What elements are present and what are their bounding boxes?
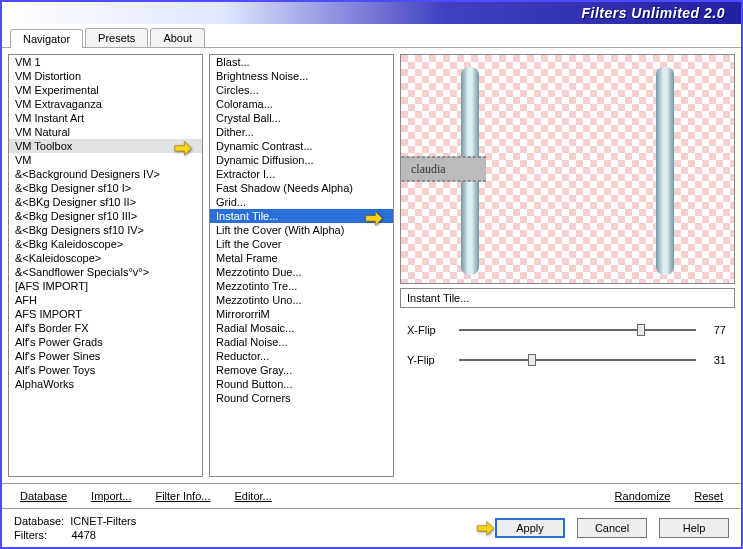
filter-item[interactable]: Lift the Cover [210,237,393,251]
filter-item[interactable]: Lift the Cover (With Alpha) [210,223,393,237]
preview-canvas: claudia [400,54,735,284]
filter-item[interactable]: Colorama... [210,97,393,111]
slider-track[interactable] [459,329,696,331]
db-value: ICNET-Filters [70,515,136,527]
filter-item[interactable]: Dynamic Diffusion... [210,153,393,167]
slider-value: 77 [702,324,732,336]
filter-item[interactable]: Crystal Ball... [210,111,393,125]
tab-presets[interactable]: Presets [85,28,148,47]
titlebar: Filters Unlimited 2.0 [2,2,741,24]
category-item[interactable]: AFS IMPORT [9,307,202,321]
toolbar: Database Import... Filter Info... Editor… [2,483,741,509]
watermark: claudia [400,157,486,182]
tab-about[interactable]: About [150,28,205,47]
hand-pointer-icon [471,516,497,538]
filter-item[interactable]: MirrororriM [210,307,393,321]
filter-list[interactable]: Blast...Brightness Noise...Circles...Col… [209,54,394,477]
import-link[interactable]: Import... [91,490,131,502]
category-item[interactable]: VM 1 [9,55,202,69]
category-item[interactable]: Alf's Power Grads [9,335,202,349]
slider-track[interactable] [459,359,696,361]
filter-info-link[interactable]: Filter Info... [155,490,210,502]
app-window: Filters Unlimited 2.0 Navigator Presets … [0,0,743,549]
current-filter-name: Instant Tile... [400,288,735,308]
category-item[interactable]: [AFS IMPORT] [9,279,202,293]
tab-navigator[interactable]: Navigator [10,29,83,48]
category-item[interactable]: VM Instant Art [9,111,202,125]
category-item[interactable]: AlphaWorks [9,377,202,391]
filters-count: 4478 [71,529,95,541]
filter-item[interactable]: Reductor... [210,349,393,363]
filter-item[interactable]: Circles... [210,83,393,97]
slider-row: Y-Flip31 [403,345,732,375]
category-item[interactable]: &<Bkg Kaleidoscope> [9,237,202,251]
category-item[interactable]: VM Toolbox [9,139,202,153]
main-area: VM 1VM DistortionVM ExperimentalVM Extra… [2,48,741,483]
category-list[interactable]: VM 1VM DistortionVM ExperimentalVM Extra… [8,54,203,477]
category-item[interactable]: &<Kaleidoscope> [9,251,202,265]
filter-item[interactable]: Mezzotinto Uno... [210,293,393,307]
preview-shape [461,195,479,275]
category-item[interactable]: Alf's Border FX [9,321,202,335]
filter-item[interactable]: Round Button... [210,377,393,391]
slider-label: X-Flip [403,324,453,336]
filter-item[interactable]: Dither... [210,125,393,139]
filter-item[interactable]: Radial Mosaic... [210,321,393,335]
app-title: Filters Unlimited 2.0 [581,5,725,21]
filter-item[interactable]: Extractor I... [210,167,393,181]
db-label: Database: [14,515,64,527]
statusbar: Database: ICNET-Filters Filters: 4478 Ap… [2,509,741,547]
category-item[interactable]: VM Experimental [9,83,202,97]
slider-thumb[interactable] [637,324,645,336]
category-item[interactable]: Alf's Power Sines [9,349,202,363]
category-item[interactable]: &<BKg Designer sf10 II> [9,195,202,209]
filters-label: Filters: [14,529,47,541]
category-item[interactable]: VM Extravaganza [9,97,202,111]
filter-item[interactable]: Radial Noise... [210,335,393,349]
filter-item[interactable]: Instant Tile... [210,209,393,223]
filter-item[interactable]: Fast Shadow (Needs Alpha) [210,181,393,195]
cancel-button[interactable]: Cancel [577,518,647,538]
filter-item[interactable]: Round Corners [210,391,393,405]
slider-row: X-Flip77 [403,315,732,345]
category-item[interactable]: &<Bkg Designer sf10 III> [9,209,202,223]
filter-item[interactable]: Grid... [210,195,393,209]
filter-item[interactable]: Mezzotinto Due... [210,265,393,279]
category-item[interactable]: &<Background Designers IV> [9,167,202,181]
apply-button[interactable]: Apply [495,518,565,538]
database-link[interactable]: Database [20,490,67,502]
category-item[interactable]: VM Distortion [9,69,202,83]
preview-shape [656,195,674,275]
right-pane: claudia Instant Tile... X-Flip77Y-Flip31 [400,54,735,477]
slider-panel: X-Flip77Y-Flip31 [400,312,735,384]
filter-item[interactable]: Remove Gray... [210,363,393,377]
category-item[interactable]: Alf's Power Toys [9,363,202,377]
status-text: Database: ICNET-Filters Filters: 4478 [14,515,136,541]
category-item[interactable]: &<Bkg Designer sf10 I> [9,181,202,195]
category-item[interactable]: &<Sandflower Specials°v°> [9,265,202,279]
category-item[interactable]: AFH [9,293,202,307]
randomize-link[interactable]: Randomize [615,490,671,502]
slider-thumb[interactable] [528,354,536,366]
tab-strip: Navigator Presets About [2,24,741,48]
reset-link[interactable]: Reset [694,490,723,502]
filter-item[interactable]: Mezzotinto Tre... [210,279,393,293]
category-item[interactable]: VM [9,153,202,167]
filter-item[interactable]: Dynamic Contrast... [210,139,393,153]
slider-value: 31 [702,354,732,366]
category-item[interactable]: &<Bkg Designers sf10 IV> [9,223,202,237]
slider-label: Y-Flip [403,354,453,366]
filter-item[interactable]: Metal Frame [210,251,393,265]
help-button[interactable]: Help [659,518,729,538]
category-item[interactable]: VM Natural [9,125,202,139]
editor-link[interactable]: Editor... [234,490,271,502]
filter-item[interactable]: Brightness Noise... [210,69,393,83]
filter-item[interactable]: Blast... [210,55,393,69]
